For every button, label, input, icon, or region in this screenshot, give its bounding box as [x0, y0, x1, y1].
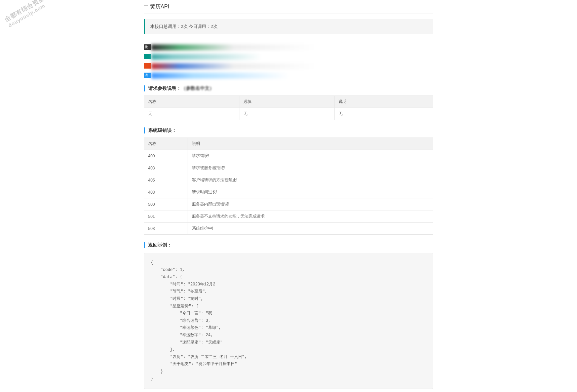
example-heading: 返回示例： — [144, 242, 433, 248]
table-row: 405客户端请求的方法被禁止! — [144, 174, 433, 186]
watermark: 全都有综合资源网 douyouvip.com — [3, 0, 54, 29]
watermark-line1: 全都有综合资源网 — [3, 0, 51, 23]
params-col-required: 必填 — [239, 96, 334, 108]
params-heading-blur: （参数名中文） — [181, 85, 214, 91]
params-table: 名称 必填 说明 无无无 — [144, 95, 433, 120]
params-col-desc: 说明 — [335, 96, 433, 108]
cell: 无 — [144, 108, 239, 120]
cell: 无 — [335, 108, 433, 120]
cell: 503 — [144, 223, 188, 235]
page-title: 黄历API — [150, 3, 433, 10]
example-code: { "code": 1, "data": { "时间": "2023年12月2 … — [144, 253, 433, 389]
errors-heading: 系统级错误： — [144, 127, 433, 133]
errors-table: 名称 说明 400请求错误!403请求被服务器拒绝!405客户端请求的方法被禁止… — [144, 138, 433, 235]
table-row: 408请求时间过长! — [144, 186, 433, 198]
table-row: 503系统维护中! — [144, 223, 433, 235]
obscured-tab-2 — [144, 54, 151, 59]
obscured-tab-3 — [144, 63, 151, 69]
table-row: 500服务器内部出现错误! — [144, 198, 433, 210]
obscured-region: 接口 请 — [144, 44, 433, 78]
cell: 405 — [144, 174, 188, 186]
errors-col-name: 名称 — [144, 138, 188, 150]
cell: 系统维护中! — [188, 223, 433, 235]
table-row: 403请求被服务器拒绝! — [144, 162, 433, 174]
table-row: 400请求错误! — [144, 150, 433, 162]
cell: 客户端请求的方法被禁止! — [188, 174, 433, 186]
usage-callout: 本接口总调用：2次 今日调用：2次 — [144, 19, 433, 34]
cell: 408 — [144, 186, 188, 198]
params-heading-text: 请求参数说明： — [148, 85, 181, 91]
cell: 400 — [144, 150, 188, 162]
obscured-tab-1: 接口 — [144, 44, 151, 50]
cell: 500 — [144, 198, 188, 210]
table-row: 无无无 — [144, 108, 433, 120]
cell: 服务器不支持请求的功能，无法完成请求! — [188, 210, 433, 223]
cell: 无 — [239, 108, 334, 120]
cell: 服务器内部出现错误! — [188, 198, 433, 210]
errors-col-desc: 说明 — [188, 138, 433, 150]
cell: 403 — [144, 162, 188, 174]
cell: 请求被服务器拒绝! — [188, 162, 433, 174]
watermark-line2: douyouvip.com — [7, 0, 54, 29]
cell: 501 — [144, 210, 188, 223]
cell: 请求错误! — [188, 150, 433, 162]
params-heading: 请求参数说明：（参数名中文） — [144, 85, 433, 91]
obscured-tab-4: 请 — [144, 73, 151, 78]
params-col-name: 名称 — [144, 96, 239, 108]
table-row: 501服务器不支持请求的功能，无法完成请求! — [144, 210, 433, 223]
cell: 请求时间过长! — [188, 186, 433, 198]
